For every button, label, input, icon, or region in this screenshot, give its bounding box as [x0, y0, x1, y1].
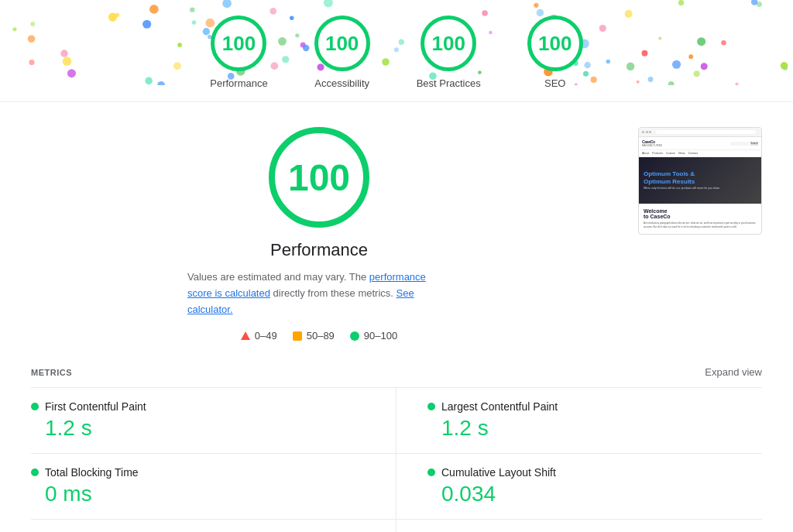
screenshot-welcome: Welcometo CaseCo An introductory paragra… [639, 204, 761, 234]
metric-value-lcp: 1.2 s [427, 416, 762, 441]
metric-dot-cls [427, 469, 435, 476]
menu-item-about: About [642, 152, 649, 155]
metric-dot-tbt [31, 469, 39, 476]
metric-name-tbt: Total Blocking Time [45, 466, 139, 479]
metric-item-si: Speed Index 1.2 s [31, 520, 396, 532]
legend-range-average: 50–89 [307, 330, 335, 342]
metric-name-row-cls: Cumulative Layout Shift [427, 466, 762, 479]
screenshot-search-box [730, 142, 750, 146]
menu-item-news: News [678, 152, 685, 155]
score-label-accessibility: Accessibility [314, 77, 369, 89]
expand-view-button[interactable]: Expand view [705, 366, 762, 378]
metric-name-lcp: Largest Contentful Paint [441, 400, 558, 413]
performance-title: Performance [270, 240, 368, 260]
description-text: Values are estimated and may vary. The p… [187, 269, 451, 317]
metric-item-lcp: Largest Contentful Paint 1.2 s [396, 388, 762, 454]
welcome-text: An introductory paragraph about who we a… [644, 221, 757, 229]
metric-name-row-fcp: First Contentful Paint [31, 400, 365, 413]
legend-item-average: 50–89 [293, 330, 335, 342]
main-content: 100 Performance Values are estimated and… [0, 102, 793, 357]
metric-name-row-tbt: Total Blocking Time [31, 466, 365, 479]
score-label-seo: SEO [544, 77, 565, 89]
screenshot-hero: Optimum Tools &Optimum Results When only… [639, 157, 761, 204]
square-icon [293, 331, 302, 341]
metric-name-fcp: First Contentful Paint [45, 400, 146, 413]
legend-range-pass: 90–100 [364, 330, 397, 342]
score-circle-performance: 100 [211, 15, 266, 71]
toolbar-dot-2 [646, 131, 648, 133]
screenshot-search: Search [730, 142, 758, 146]
metric-value-fcp: 1.2 s [31, 416, 365, 441]
menu-item-products: Products [652, 152, 663, 155]
metrics-title: METRICS [31, 368, 72, 377]
score-item-best-practices[interactable]: 100 Best Practices [417, 15, 481, 89]
score-item-seo[interactable]: 100 SEO [527, 15, 583, 89]
score-circle-best-practices: 100 [421, 15, 476, 71]
toolbar-dot-3 [649, 131, 651, 133]
metrics-grid: First Contentful Paint 1.2 s Largest Con… [31, 388, 762, 532]
screenshot-nav: CaseCo MANUFACTURING Search [639, 137, 761, 150]
screenshot-search-button: Search [750, 142, 758, 146]
legend-item-pass: 90–100 [350, 330, 397, 342]
metric-name-row-lcp: Largest Contentful Paint [427, 400, 762, 413]
circle-icon [350, 331, 359, 341]
metrics-header: METRICS Expand view [31, 357, 762, 388]
metric-value-cls: 0.034 [427, 482, 762, 506]
metrics-section: METRICS Expand view First Contentful Pai… [0, 357, 793, 532]
screenshot-menu: About Products Custom News Contact [639, 150, 761, 157]
triangle-icon [241, 331, 250, 340]
metric-value-tbt: 0 ms [31, 482, 365, 506]
welcome-title: Welcometo CaseCo [644, 208, 757, 219]
score-item-accessibility[interactable]: 100 Accessibility [314, 15, 370, 89]
legend-item-fail: 0–49 [241, 330, 277, 342]
scores-section: 100 Performance 100 Accessibility 100 Be… [0, 0, 793, 102]
right-panel: CaseCo MANUFACTURING Search About Produc… [638, 127, 762, 235]
hero-subtitle: When only the best will do, our products… [644, 187, 757, 190]
metric-item-tbt: Total Blocking Time 0 ms [31, 454, 396, 520]
menu-item-contact: Contact [688, 152, 698, 155]
metric-item-cls: Cumulative Layout Shift 0.034 [396, 454, 762, 520]
metric-name-cls: Cumulative Layout Shift [441, 466, 556, 479]
score-label-performance: Performance [210, 77, 267, 89]
toolbar-dot-1 [642, 131, 644, 133]
score-item-performance[interactable]: 100 Performance [210, 15, 267, 89]
left-panel: 100 Performance Values are estimated and… [31, 127, 607, 342]
metric-dot-fcp [31, 403, 39, 410]
score-label-best-practices: Best Practices [417, 77, 481, 89]
toolbar-address-bar [656, 130, 756, 134]
site-screenshot: CaseCo MANUFACTURING Search About Produc… [638, 127, 762, 235]
metric-item-fcp: First Contentful Paint 1.2 s [31, 388, 396, 454]
menu-item-custom: Custom [666, 152, 675, 155]
screenshot-logo-sub: MANUFACTURING [642, 144, 662, 147]
legend-range-fail: 0–49 [255, 330, 277, 342]
screenshot-toolbar [639, 128, 761, 137]
score-circle-accessibility: 100 [314, 15, 370, 71]
scores-row: 100 Performance 100 Accessibility 100 Be… [0, 15, 793, 89]
legend-row: 0–49 50–89 90–100 [241, 330, 397, 342]
toolbar-dots [642, 131, 651, 133]
score-circle-seo: 100 [527, 15, 583, 71]
hero-title: Optimum Tools &Optimum Results [644, 170, 757, 185]
metric-dot-lcp [427, 403, 435, 410]
big-score-circle: 100 [269, 127, 369, 228]
